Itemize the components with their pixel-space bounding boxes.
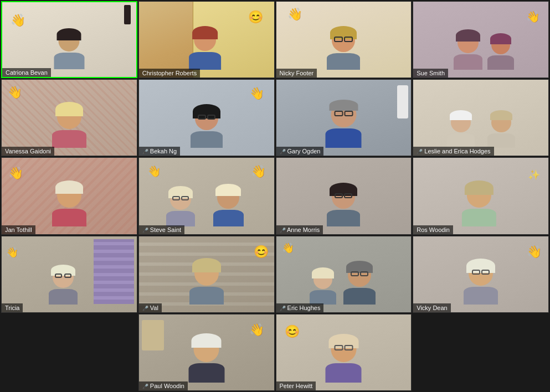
participant-cell[interactable]: ✨ Ros Woodin [413,157,549,234]
participant-cell[interactable]: 👋 Jan Tothill [1,157,137,234]
participant-name: 🎤 Val [139,303,162,312]
participant-name: Jan Tothill [2,225,35,234]
participant-cell[interactable]: 👋 🎤 Eric Hughes [276,236,412,313]
participant-cell[interactable]: 👋 Catriona Bevan [1,1,137,78]
participant-name: Sue Smith [413,69,448,78]
mic-muted-icon: 🎤 [142,228,148,233]
participant-name: 🎤 Anne Morris [276,225,323,234]
participant-name: 🎤 Paul Woodin [139,381,188,390]
participant-cell[interactable]: 👋 🎤 Bekah Ng [138,79,275,156]
mic-muted-icon: 🎤 [142,149,148,154]
participant-cell[interactable]: 👋 Vanessa Gaidoni [1,79,137,156]
participant-cell[interactable]: 🎤 Gary Ogden [276,79,412,156]
participant-name: 🎤 Bekah Ng [139,147,180,156]
participant-cell[interactable]: 👋 Sue Smith [413,1,549,78]
participant-name: Peter Hewitt [276,381,316,390]
participant-cell[interactable]: 👋 👋 🎤 Steve Saint [138,157,275,234]
participant-cell[interactable]: 😊 Christopher Roberts [138,1,275,78]
participant-cell[interactable]: 👋 Nicky Footer [276,1,412,78]
participant-name: Vanessa Gaidoni [2,147,54,156]
participant-name: Vicky Dean [413,303,450,312]
mic-muted-icon: 🎤 [280,228,286,233]
participant-name: 🎤 Steve Saint [139,225,184,234]
participant-name: 🎤 Gary Ogden [276,147,324,156]
participant-cell[interactable]: 😊 Peter Hewitt [276,314,412,391]
participant-name: Ros Woodin [413,225,453,234]
video-grid: 👋 Catriona Bevan 😊 Christopher Roberts [0,0,550,392]
participant-name: Christopher Roberts [139,69,200,78]
participant-name: 🎤 Eric Hughes [276,303,324,312]
mic-muted-icon: 🎤 [417,149,423,154]
participant-name: Tricia [2,303,23,312]
participant-cell[interactable]: 👋 Vicky Dean [413,236,549,313]
mic-muted-icon: 🎤 [280,149,286,154]
participant-cell[interactable]: 👋 🎤 Paul Woodin [138,314,275,391]
participant-name: Catriona Bevan [2,68,51,77]
participant-cell[interactable]: 😊 🎤 Val [138,236,275,313]
participant-cell[interactable]: 🎤 Anne Morris [276,157,412,234]
participant-name: 🎤 Leslie and Erica Hodges [413,147,494,156]
participant-cell[interactable]: 👋 Tricia [1,236,137,313]
empty-cell [413,314,549,391]
participant-name: Nicky Footer [276,69,317,78]
participant-cell[interactable]: 🎤 Leslie and Erica Hodges [413,79,549,156]
empty-cell [1,314,137,391]
mic-muted-icon: 🎤 [142,306,148,311]
mic-muted-icon: 🎤 [142,384,148,389]
mic-muted-icon: 🎤 [280,306,286,311]
